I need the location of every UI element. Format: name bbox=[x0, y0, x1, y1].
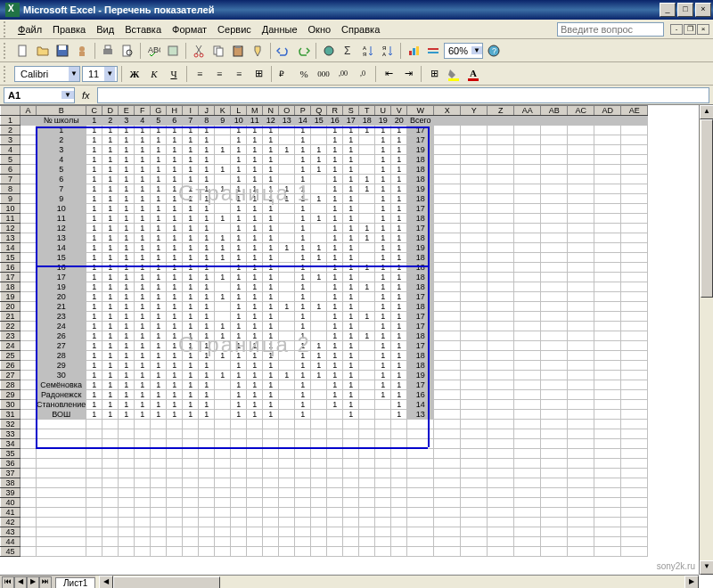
cell[interactable]: Семёновка bbox=[37, 380, 86, 390]
cell[interactable]: 1 bbox=[343, 380, 359, 390]
cell[interactable]: 1 bbox=[343, 312, 359, 322]
cell[interactable] bbox=[359, 547, 375, 557]
cell[interactable]: 1 bbox=[391, 400, 407, 410]
cell[interactable]: Всего bbox=[407, 116, 434, 126]
cell[interactable]: 1 bbox=[183, 361, 199, 371]
cell[interactable] bbox=[311, 204, 327, 214]
cell[interactable]: 1 bbox=[135, 292, 151, 302]
cell[interactable] bbox=[199, 420, 215, 429]
col-header[interactable]: AA bbox=[514, 106, 541, 116]
formula-input[interactable] bbox=[97, 87, 709, 103]
cell[interactable] bbox=[594, 429, 621, 439]
cell[interactable]: 1 bbox=[375, 204, 391, 214]
cell[interactable] bbox=[594, 478, 621, 488]
cell[interactable] bbox=[311, 233, 327, 243]
cell[interactable]: 21 bbox=[37, 302, 86, 312]
cell[interactable] bbox=[514, 537, 541, 547]
cell[interactable] bbox=[407, 488, 434, 498]
col-header[interactable]: E bbox=[119, 106, 135, 116]
cell[interactable]: 1 bbox=[151, 410, 167, 420]
cell[interactable] bbox=[86, 537, 102, 547]
cell[interactable] bbox=[263, 498, 279, 508]
cell[interactable]: 1 bbox=[327, 390, 343, 400]
col-header[interactable]: C bbox=[86, 106, 102, 116]
cell[interactable]: 1 bbox=[86, 155, 102, 165]
cell[interactable]: 1 bbox=[327, 145, 343, 155]
cell[interactable]: 1 bbox=[135, 302, 151, 312]
cell[interactable]: Становление bbox=[37, 400, 86, 410]
cell[interactable]: 1 bbox=[167, 194, 183, 204]
row-header[interactable]: 16 bbox=[1, 263, 20, 273]
cell[interactable]: 1 bbox=[391, 126, 407, 135]
cell[interactable] bbox=[37, 469, 86, 478]
sheet-tab-1[interactable]: Лист1 bbox=[55, 577, 95, 588]
cell[interactable] bbox=[183, 459, 199, 469]
cell[interactable]: 1 bbox=[391, 410, 407, 420]
cell[interactable] bbox=[359, 429, 375, 439]
cell[interactable] bbox=[247, 547, 263, 557]
cell[interactable]: 18 bbox=[407, 233, 434, 243]
cell[interactable] bbox=[359, 459, 375, 469]
cell[interactable]: 1 bbox=[119, 351, 135, 361]
cell[interactable] bbox=[359, 273, 375, 282]
cell[interactable]: 1 bbox=[183, 351, 199, 361]
cell[interactable]: 4 bbox=[37, 155, 86, 165]
cell[interactable]: 1 bbox=[183, 282, 199, 292]
cell[interactable] bbox=[621, 449, 648, 459]
cell[interactable] bbox=[311, 126, 327, 135]
cell[interactable] bbox=[311, 224, 327, 233]
row-header[interactable]: 34 bbox=[1, 439, 20, 449]
cell[interactable] bbox=[37, 508, 86, 518]
cell[interactable] bbox=[135, 469, 151, 478]
cell[interactable]: 1 bbox=[151, 331, 167, 341]
cell[interactable]: 1 bbox=[343, 126, 359, 135]
drawing-icon[interactable] bbox=[424, 42, 442, 60]
cell[interactable] bbox=[594, 459, 621, 469]
cell[interactable] bbox=[407, 459, 434, 469]
cell[interactable] bbox=[37, 488, 86, 498]
cell[interactable]: 1 bbox=[183, 126, 199, 135]
cell[interactable] bbox=[295, 478, 311, 488]
cell[interactable] bbox=[311, 331, 327, 341]
cell[interactable] bbox=[86, 478, 102, 488]
cell[interactable]: 14 bbox=[295, 116, 311, 126]
cell[interactable]: 1 bbox=[391, 351, 407, 361]
cell[interactable]: 18 bbox=[407, 165, 434, 175]
redo-icon[interactable] bbox=[294, 42, 312, 60]
cell[interactable]: 12 bbox=[37, 224, 86, 233]
cell[interactable] bbox=[20, 518, 37, 527]
cell[interactable] bbox=[488, 469, 514, 478]
cell[interactable] bbox=[119, 488, 135, 498]
cell[interactable]: 1 bbox=[295, 312, 311, 322]
mdi-minimize[interactable]: - bbox=[670, 24, 683, 35]
currency-icon[interactable]: ₽ bbox=[275, 65, 293, 83]
cell[interactable]: 1 bbox=[119, 214, 135, 224]
cell[interactable]: 1 bbox=[231, 390, 247, 400]
cell[interactable]: 1 bbox=[119, 253, 135, 263]
cell[interactable]: 1 bbox=[119, 302, 135, 312]
cell[interactable] bbox=[568, 547, 594, 557]
cell[interactable]: 8 bbox=[199, 116, 215, 126]
cell[interactable]: 1 bbox=[119, 341, 135, 351]
cell[interactable] bbox=[461, 469, 488, 478]
cell[interactable] bbox=[295, 488, 311, 498]
cell[interactable] bbox=[135, 478, 151, 488]
cell[interactable] bbox=[279, 361, 295, 371]
cell[interactable] bbox=[119, 518, 135, 527]
cell[interactable]: 1 bbox=[86, 243, 102, 253]
dec-decimal-icon[interactable]: ,0 bbox=[354, 65, 372, 83]
open-icon[interactable] bbox=[34, 42, 52, 60]
cell[interactable]: 1 bbox=[86, 361, 102, 371]
cell[interactable]: 1 bbox=[199, 214, 215, 224]
cell[interactable]: 1 bbox=[295, 194, 311, 204]
cell[interactable] bbox=[263, 469, 279, 478]
cell[interactable]: 1 bbox=[119, 243, 135, 253]
cell[interactable]: 1 bbox=[391, 243, 407, 253]
size-combo[interactable]: 11▼ bbox=[82, 66, 118, 82]
cell[interactable]: 1 bbox=[102, 390, 119, 400]
undo-icon[interactable] bbox=[275, 42, 292, 60]
cell[interactable]: 1 bbox=[343, 410, 359, 420]
cell[interactable] bbox=[594, 527, 621, 537]
cell[interactable]: 1 bbox=[343, 165, 359, 175]
cell[interactable] bbox=[621, 508, 648, 518]
